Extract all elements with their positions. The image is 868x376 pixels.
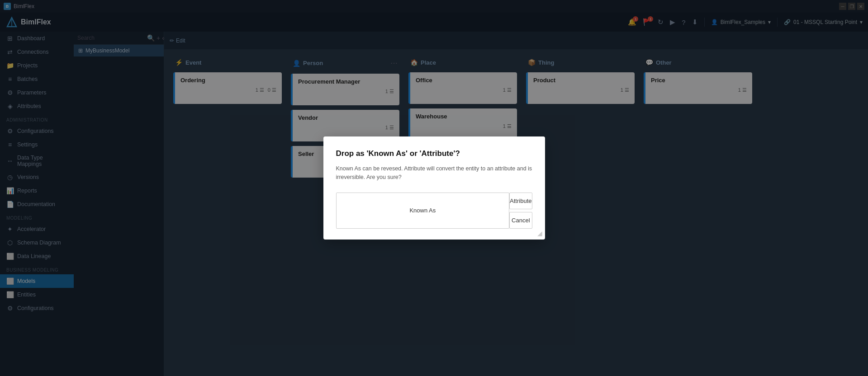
modal-actions: Known As Attribute Cancel bbox=[336, 193, 532, 229]
modal-dialog: Drop as 'Known As' or 'Attribute'? Known… bbox=[323, 136, 545, 240]
modal-title: Drop as 'Known As' or 'Attribute'? bbox=[336, 149, 532, 158]
modal-actions-right: Attribute Cancel bbox=[509, 193, 532, 229]
modal-overlay: Drop as 'Known As' or 'Attribute'? Known… bbox=[0, 0, 868, 376]
resize-handle-icon[interactable]: ◢ bbox=[537, 230, 542, 237]
cancel-button[interactable]: Cancel bbox=[509, 212, 532, 229]
modal-description: Known As can be revesed. Attribute will … bbox=[336, 164, 532, 182]
known-as-button[interactable]: Known As bbox=[336, 193, 510, 229]
attribute-button[interactable]: Attribute bbox=[509, 193, 532, 209]
modal-actions-left: Known As bbox=[336, 193, 510, 229]
